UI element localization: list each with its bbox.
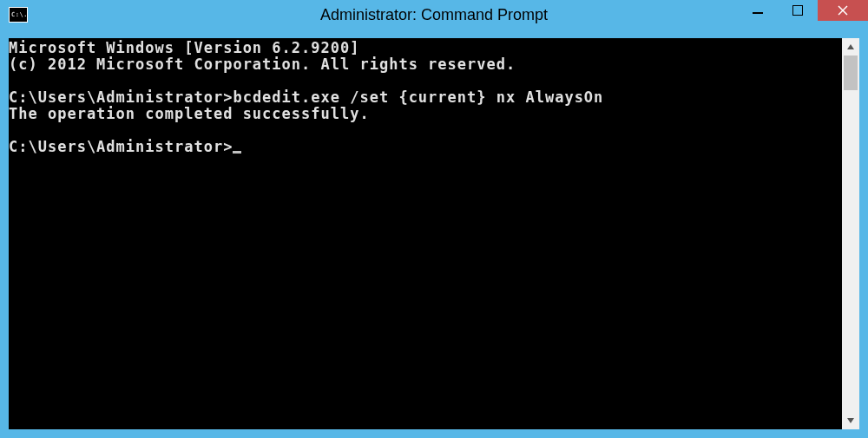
terminal-output[interactable]: Microsoft Windows [Version 6.2.9200] (c)… [9,38,842,429]
vertical-scrollbar[interactable] [842,38,859,429]
prompt-path: C:\Users\Administrator> [9,88,233,106]
close-button[interactable] [818,0,868,21]
result-line: The operation completed successfully. [9,105,370,122]
minimize-button[interactable] [738,0,778,21]
cmd-icon[interactable]: C:\. [9,7,28,23]
scroll-thumb[interactable] [844,56,858,90]
copyright-line: (c) 2012 Microsoft Corporation. All righ… [9,56,516,73]
entered-command: bcdedit.exe /set {current} nx AlwaysOn [233,88,603,106]
window-controls [738,0,868,29]
svg-marker-4 [847,44,854,49]
scroll-down-button[interactable] [842,412,859,429]
command-prompt-window: C:\. Administrator: Command Prompt Micro… [0,0,868,438]
svg-marker-5 [847,418,854,423]
client-area: Microsoft Windows [Version 6.2.9200] (c)… [9,38,859,429]
scroll-up-button[interactable] [842,38,859,56]
title-bar[interactable]: C:\. Administrator: Command Prompt [0,0,868,29]
svg-rect-0 [753,12,763,14]
version-line: Microsoft Windows [Version 6.2.9200] [9,39,359,56]
prompt-path-2: C:\Users\Administrator> [9,138,233,155]
svg-rect-1 [792,5,803,16]
cursor [233,151,241,154]
maximize-button[interactable] [778,0,818,21]
scroll-track[interactable] [842,56,859,412]
cmd-icon-label: C:\. [11,12,28,18]
